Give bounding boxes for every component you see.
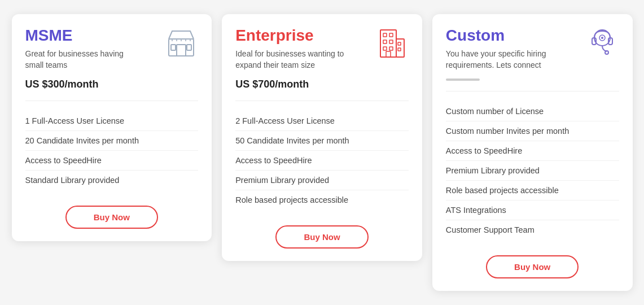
feature-item: 1 Full-Access User License [25,111,199,131]
feature-item: Access to SpeedHire [235,151,409,171]
plan-desc: Ideal for businesses wanting to expand t… [235,48,348,71]
feature-item: 20 Candidate Invites per month [25,131,199,151]
feature-item: 2 Full-Access User License [235,111,409,131]
pricing-container: MSME Great for businesses having small t… [12,14,633,291]
feature-item: Standard Library provided [25,171,199,190]
card-msme: MSME Great for businesses having small t… [12,14,212,242]
card-features: Custom number of LicenseCustom number In… [432,91,633,247]
feature-item: 50 Candidate Invites per month [235,131,409,151]
card-header-text: Custom You have your specific hiring req… [446,27,559,81]
feature-item: Role based projects accessible [446,181,619,201]
plan-desc: You have your specific hiring requiremen… [446,48,559,71]
plan-name: Custom [446,27,559,45]
plan-price: US $700/month [235,79,309,90]
plan-icon [375,27,409,63]
card-header: Enterprise Ideal for businesses wanting … [222,14,422,101]
buy-button[interactable]: Buy Now [65,206,158,229]
card-enterprise: Enterprise Ideal for businesses wanting … [222,14,422,262]
svg-rect-13 [383,40,387,43]
svg-rect-15 [383,47,387,50]
feature-item: Premium Library provided [235,171,409,190]
svg-rect-2 [171,45,176,50]
plan-icon [164,27,198,63]
card-header-text: Enterprise Ideal for businesses wanting … [235,27,348,91]
card-header: MSME Great for businesses having small t… [12,14,212,101]
feature-item: ATS Integrations [446,201,619,220]
plan-price: US $300/month [25,79,99,90]
svg-rect-18 [398,48,401,51]
card-footer: Buy Now [222,217,422,261]
feature-item: Premium Library provided [446,161,619,181]
feature-item: Custom number Invites per month [446,121,619,141]
card-header: Custom You have your specific hiring req… [432,14,633,91]
feature-item: Access to SpeedHire [446,141,619,161]
svg-rect-0 [169,39,194,56]
card-features: 1 Full-Access User License20 Candidate I… [12,101,212,198]
plan-price-placeholder [446,79,480,81]
card-features: 2 Full-Access User License50 Candidate I… [222,101,422,217]
plan-icon [585,27,619,63]
feature-item: Custom number of License [446,102,619,121]
svg-rect-14 [389,40,393,43]
svg-point-23 [605,51,608,54]
svg-rect-9 [380,30,396,57]
card-footer: Buy Now [12,198,212,241]
svg-rect-19 [386,51,391,57]
svg-rect-17 [398,42,401,45]
feature-item: Access to SpeedHire [25,151,199,171]
svg-rect-3 [187,45,191,50]
plan-desc: Great for businesses having small teams [25,48,138,71]
card-footer: Buy Now [432,247,633,291]
plan-name: Enterprise [235,27,348,45]
buy-button[interactable]: Buy Now [275,225,368,249]
buy-button[interactable]: Buy Now [486,255,579,278]
svg-rect-16 [389,47,393,50]
feature-item: Customer Support Team [446,220,619,239]
svg-rect-1 [177,45,186,56]
card-custom: Custom You have your specific hiring req… [432,14,633,291]
svg-rect-11 [383,33,387,37]
svg-rect-12 [389,33,393,37]
svg-point-25 [601,37,603,39]
feature-item: Role based projects accessible [235,190,409,210]
plan-name: MSME [25,27,138,45]
card-header-text: MSME Great for businesses having small t… [25,27,138,91]
